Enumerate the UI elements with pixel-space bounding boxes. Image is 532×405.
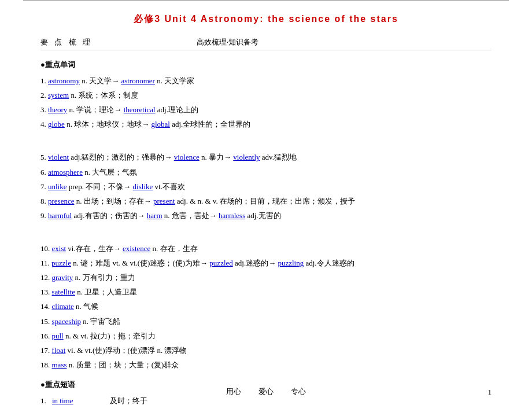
word-link-existence[interactable]: existence [123, 244, 150, 253]
footer-center: 爱心 [258, 386, 274, 397]
list-item: 2. system n. 系统；体系；制度 [40, 89, 492, 102]
word-link-theory[interactable]: theory [48, 105, 67, 114]
word-num: 13. [40, 288, 52, 296]
word-num: 5. [40, 153, 48, 161]
page-title: 必修3 Unit 4 Astronomy: the science of the… [40, 13, 492, 25]
word-link-violence[interactable]: violence [174, 153, 200, 161]
list-item: 14. climate n. 气候 [40, 300, 492, 313]
word-link-puzzled[interactable]: puzzled [209, 259, 232, 267]
list-item: 8. presence n. 出场；到场；存在→ present adj. & … [40, 195, 492, 208]
word-link-harm[interactable]: harm [147, 211, 162, 220]
section-header-left: 要 点 梳 理 [40, 37, 93, 47]
word-link-atmosphere[interactable]: atmosphere [48, 168, 83, 176]
word-link-astronomy[interactable]: astronomy [48, 76, 80, 85]
list-item: 3. theory n. 学说；理论→ theoretical adj.理论上的 [40, 104, 492, 116]
word-link-theoretical[interactable]: theoretical [124, 105, 156, 114]
word-num: 11. [40, 259, 51, 267]
word-num: 16. [40, 332, 52, 340]
list-item: 17. float vi. & vt.(使)浮动；(使)漂浮 n. 漂浮物 [40, 344, 492, 357]
spacer [40, 132, 492, 145]
word-link-puzzle[interactable]: puzzle [51, 259, 71, 267]
list-item: 5. violent adj.猛烈的；激烈的；强暴的→ violence n. … [40, 151, 492, 164]
word-link-dislike[interactable]: dislike [133, 182, 153, 191]
list-item: 6. atmosphere n. 大气层；气氛 [40, 166, 492, 179]
word-num: 9. [40, 211, 48, 220]
word-num: 2. [40, 91, 48, 100]
footer-right: 专心 [291, 386, 306, 397]
section-header-right: 高效梳理·知识备考 [197, 37, 258, 47]
list-item: 7. unlike prep. 不同；不像→ dislike vt.不喜欢 [40, 181, 492, 193]
word-link-gravity[interactable]: gravity [52, 273, 73, 282]
word-link-satellite[interactable]: satellite [52, 288, 75, 296]
word-link-harmful[interactable]: harmful [48, 211, 72, 220]
word-num: 14. [40, 302, 52, 311]
word-num: 18. [40, 360, 52, 369]
word-link-system[interactable]: system [48, 91, 69, 100]
word-link-puzzling[interactable]: puzzling [278, 259, 304, 267]
word-link-presence[interactable]: presence [48, 197, 74, 205]
word-num: 8. [40, 197, 48, 205]
word-link-float[interactable]: float [52, 346, 66, 355]
word-link-climate[interactable]: climate [52, 302, 74, 311]
word-num: 3. [40, 105, 48, 114]
word-link-pull[interactable]: pull [52, 332, 64, 340]
list-item: 4. globe n. 球体；地球仪；地球→ global adj.全球性的；全… [40, 118, 492, 131]
word-link-unlike[interactable]: unlike [48, 182, 67, 191]
word-link-mass[interactable]: mass [52, 360, 67, 369]
list-item: 1. astronomy n. 天文学→ astronomer n. 天文学家 [40, 75, 492, 87]
word-link-violently[interactable]: violently [233, 153, 260, 161]
list-item: 10. exist vi.存在，生存→ existence n. 存在，生存 [40, 242, 492, 255]
word-link-globe[interactable]: globe [48, 120, 65, 128]
footer-left: 用心 [226, 386, 241, 397]
word-list: 1. astronomy n. 天文学→ astronomer n. 天文学家 … [40, 75, 492, 371]
word-num: 12. [40, 273, 52, 282]
word-num: 15. [40, 317, 52, 326]
word-num: 1. [40, 76, 48, 85]
list-item: 11. puzzle n. 谜；难题 vt. & vi.(使)迷惑；(使)为难→… [40, 257, 492, 270]
word-num: 4. [40, 120, 48, 128]
word-link-harmless[interactable]: harmless [219, 211, 245, 220]
list-item: 12. gravity n. 万有引力；重力 [40, 271, 492, 284]
word-num: 6. [40, 168, 48, 176]
list-item: 9. harmful adj.有害的；伤害的→ harm n. 危害，害处→ h… [40, 209, 492, 222]
word-num: 17. [40, 346, 52, 355]
word-link-spaceship[interactable]: spaceship [52, 317, 82, 326]
list-item: 13. satellite n. 卫星；人造卫星 [40, 286, 492, 299]
word-link-astronomer[interactable]: astronomer [121, 76, 154, 85]
word-num: 7. [40, 182, 48, 191]
section-header: 要 点 梳 理 高效梳理·知识备考 [40, 37, 492, 50]
list-item: 18. mass n. 质量；团；块；大量；(复)群众 [40, 359, 492, 371]
footer: 用心 爱心 专心 1 [0, 386, 532, 397]
list-item: 15. spaceship n. 宇宙飞船 [40, 315, 492, 328]
word-link-global[interactable]: global [151, 120, 170, 128]
keyword-section-title: ●重点单词 [40, 60, 492, 70]
list-item: 16. pull n. & vt. 拉(力)；拖；牵引力 [40, 330, 492, 343]
word-num: 10. [40, 244, 52, 253]
word-link-violent[interactable]: violent [48, 153, 69, 161]
word-link-present[interactable]: present [153, 197, 175, 205]
word-link-exist[interactable]: exist [52, 244, 66, 253]
word-link-in-time[interactable]: in time [52, 396, 73, 405]
spacer2 [40, 224, 492, 237]
footer-page: 1 [488, 388, 492, 397]
